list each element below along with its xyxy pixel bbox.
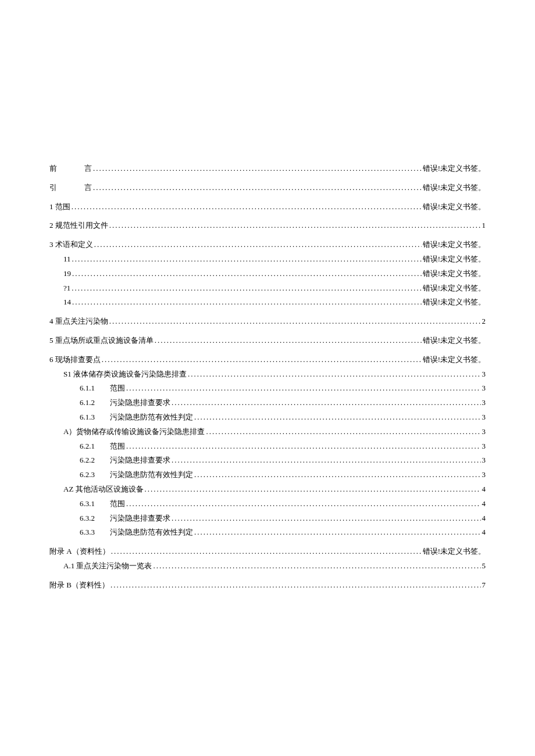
- toc-number: 6.3.1: [80, 498, 105, 510]
- table-of-contents: 前言错误!未定义书签。引言错误!未定义书签。1 范围错误!未定义书签。2 规范性…: [49, 163, 486, 592]
- toc-leader-dots: [153, 560, 480, 572]
- toc-page: 3: [482, 454, 486, 467]
- toc-label: 附录 A（资料性）: [49, 546, 110, 558]
- toc-leader-dots: [126, 440, 481, 453]
- toc-entry: 14错误!未定义书签。: [49, 296, 486, 309]
- toc-leader-dots: [194, 469, 481, 481]
- toc-leader-dots: [72, 253, 422, 266]
- toc-label: 污染隐患防范有效性判定: [110, 526, 193, 539]
- toc-page: 4: [482, 498, 486, 510]
- toc-label: S1 液体储存类设施设备污染隐患排查: [63, 368, 187, 381]
- toc-page: 3: [482, 397, 486, 409]
- toc-leader-dots: [172, 397, 481, 409]
- toc-number: 6.1.3: [80, 411, 105, 424]
- toc-entry: 附录 B（资料性）7: [49, 579, 486, 592]
- toc-leader-dots: [93, 182, 422, 194]
- toc-leader-dots: [109, 220, 481, 232]
- toc-entry: 6.2.3污染隐患防范有效性判定3: [49, 469, 486, 481]
- toc-leader-dots: [72, 268, 422, 280]
- toc-page: 错误!未定义书签。: [423, 546, 486, 558]
- toc-entry: 6.1.2污染隐患排查要求3: [49, 397, 486, 409]
- toc-entry: 4 重点关注污染物2: [49, 316, 486, 328]
- toc-page: 3: [482, 440, 486, 453]
- toc-leader-dots: [72, 282, 421, 295]
- toc-leader-dots: [93, 163, 422, 175]
- toc-label: AZ 其他活动区设施设备: [63, 483, 144, 496]
- toc-leader-dots: [126, 498, 481, 510]
- toc-label: 附录 B（资料性）: [49, 579, 109, 592]
- toc-number: 6.2.3: [80, 469, 105, 481]
- toc-entry: 19错误!未定义书签。: [49, 268, 486, 280]
- toc-entry: ?1错误!未定义书签。: [49, 282, 486, 295]
- toc-label: 前言: [49, 163, 92, 175]
- toc-entry: 6.2.2污染隐患排查要求3: [49, 454, 486, 467]
- toc-number: 6.1.1: [80, 382, 105, 395]
- toc-page: 错误!未定义书签。: [423, 182, 486, 194]
- toc-page: 错误!未定义书签。: [423, 163, 486, 175]
- toc-entry: 6 现场排查要点错误!未定义书签。: [49, 354, 486, 366]
- toc-label: 污染隐患排查要求: [110, 397, 170, 409]
- toc-label: 14: [63, 296, 71, 309]
- toc-page: 5: [482, 560, 486, 572]
- toc-page: 错误!未定义书签。: [423, 354, 486, 366]
- toc-leader-dots: [109, 316, 481, 328]
- toc-leader-dots: [172, 513, 481, 525]
- toc-entry: 2 规范性引用文件1: [49, 220, 486, 232]
- toc-label: 19: [63, 268, 71, 280]
- toc-label: 范围: [110, 382, 125, 395]
- toc-label: ?1: [63, 282, 70, 295]
- toc-entry: 11错误!未定义书签。: [49, 253, 486, 266]
- toc-page: 3: [482, 382, 486, 395]
- toc-leader-dots: [194, 526, 481, 539]
- toc-number: 6.2.2: [80, 454, 105, 467]
- toc-leader-dots: [172, 454, 481, 467]
- toc-entry: 附录 A（资料性）错误!未定义书签。: [49, 546, 486, 558]
- toc-label: 4 重点关注污染物: [49, 316, 108, 328]
- toc-leader-dots: [145, 483, 481, 496]
- toc-leader-dots: [72, 201, 422, 213]
- toc-entry: A）货物储存或传输设施设备污染隐患排查3: [49, 426, 486, 438]
- toc-leader-dots: [194, 411, 481, 424]
- toc-entry: A.1 重点关注污染物一览表5: [49, 560, 486, 572]
- toc-number: 6.3.2: [80, 513, 105, 525]
- toc-label: 污染隐患排查要求: [110, 454, 170, 467]
- toc-label: 2 规范性引用文件: [49, 220, 108, 232]
- toc-leader-dots: [111, 546, 422, 558]
- toc-leader-dots: [155, 335, 422, 347]
- toc-entry: 6.3.1范围4: [49, 498, 486, 510]
- toc-label: 污染隐患防范有效性判定: [110, 411, 193, 424]
- toc-page: 1: [482, 220, 486, 232]
- toc-leader-dots: [188, 368, 481, 381]
- toc-page: 4: [482, 483, 486, 496]
- toc-leader-dots: [206, 426, 480, 438]
- toc-page: 错误!未定义书签。: [423, 282, 486, 295]
- toc-page: 错误!未定义书签。: [423, 201, 486, 213]
- toc-page: 3: [482, 469, 486, 481]
- toc-entry: 引言错误!未定义书签。: [49, 182, 486, 194]
- toc-label: 污染隐患排查要求: [110, 513, 170, 525]
- toc-label: A.1 重点关注污染物一览表: [63, 560, 152, 572]
- toc-page: 3: [482, 426, 486, 438]
- toc-label: 3 术语和定义: [49, 239, 93, 251]
- toc-entry: AZ 其他活动区设施设备4: [49, 483, 486, 496]
- toc-entry: 6.3.3污染隐患防范有效性判定4: [49, 526, 486, 539]
- toc-label: 污染隐患防范有效性判定: [110, 469, 193, 481]
- toc-number: 6.1.2: [80, 397, 105, 409]
- toc-entry: 1 范围错误!未定义书签。: [49, 201, 486, 213]
- toc-page: 3: [482, 411, 486, 424]
- toc-leader-dots: [102, 354, 422, 366]
- toc-page: 错误!未定义书签。: [423, 296, 486, 309]
- toc-page: 4: [482, 526, 486, 539]
- toc-label: 范围: [110, 498, 125, 510]
- toc-leader-dots: [110, 579, 481, 592]
- toc-leader-dots: [126, 382, 481, 395]
- toc-page: 2: [482, 316, 486, 328]
- toc-number: 6.2.1: [80, 440, 105, 453]
- toc-entry: 3 术语和定义错误!未定义书签。: [49, 239, 486, 251]
- toc-entry: S1 液体储存类设施设备污染隐患排查3: [49, 368, 486, 381]
- toc-label: 5 重点场所或重点设施设备清单: [49, 335, 154, 347]
- toc-label: A）货物储存或传输设施设备污染隐患排查: [63, 426, 205, 438]
- toc-page: 3: [482, 368, 486, 381]
- toc-label: 引言: [49, 182, 92, 194]
- toc-page: 4: [482, 513, 486, 525]
